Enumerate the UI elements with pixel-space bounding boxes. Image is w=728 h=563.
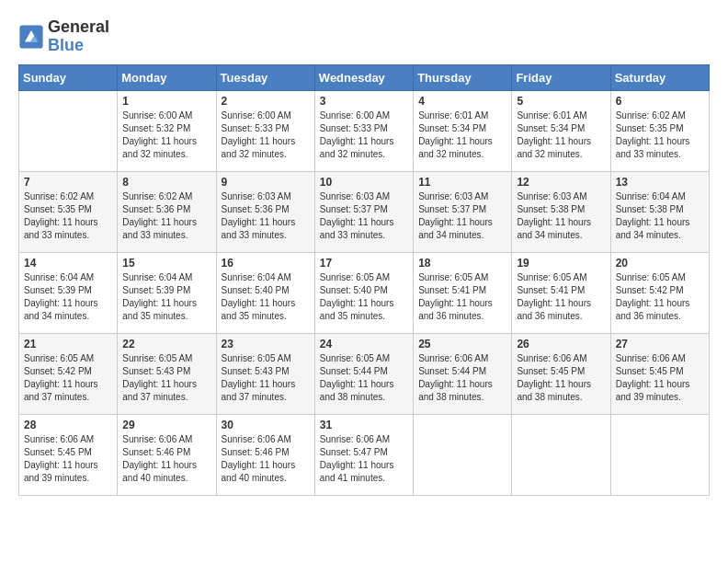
daylight-text: Daylight: 11 hours: [517, 135, 605, 148]
sunset-text: Sunset: 5:34 PM: [517, 122, 605, 135]
sunset-text: Sunset: 5:40 PM: [320, 284, 408, 297]
week-row-1: 1Sunrise: 6:00 AMSunset: 5:32 PMDaylight…: [19, 90, 710, 171]
daylight-text: Daylight: 11 hours: [616, 216, 704, 229]
sunrise-text: Sunrise: 6:04 AM: [616, 190, 704, 203]
day-number: 10: [320, 176, 408, 189]
logo-icon: [18, 24, 44, 50]
day-info: Sunrise: 6:02 AMSunset: 5:35 PMDaylight:…: [616, 109, 704, 161]
sunset-text: Sunset: 5:35 PM: [24, 203, 112, 216]
logo-line2: Blue: [48, 37, 109, 55]
daylight-text-cont: and 32 minutes.: [418, 148, 506, 161]
daylight-text: Daylight: 11 hours: [320, 459, 408, 472]
daylight-text-cont: and 37 minutes.: [222, 391, 310, 404]
daylight-text-cont: and 33 minutes.: [24, 229, 112, 242]
day-number: 26: [517, 338, 605, 350]
week-row-2: 7Sunrise: 6:02 AMSunset: 5:35 PMDaylight…: [19, 171, 710, 252]
header-sunday: Sunday: [19, 64, 118, 90]
day-number: 14: [24, 257, 112, 270]
sunset-text: Sunset: 5:47 PM: [320, 446, 408, 459]
day-info: Sunrise: 6:01 AMSunset: 5:34 PMDaylight:…: [517, 109, 605, 161]
sunset-text: Sunset: 5:46 PM: [122, 446, 210, 459]
daylight-text: Daylight: 11 hours: [418, 378, 506, 391]
calendar-cell: [19, 90, 118, 171]
sunset-text: Sunset: 5:41 PM: [418, 284, 506, 297]
sunrise-text: Sunrise: 6:03 AM: [517, 190, 605, 203]
day-number: 31: [320, 419, 408, 431]
calendar-cell: 30Sunrise: 6:06 AMSunset: 5:46 PMDayligh…: [216, 414, 314, 495]
day-info: Sunrise: 6:06 AMSunset: 5:47 PMDaylight:…: [320, 433, 408, 485]
sunrise-text: Sunrise: 6:05 AM: [616, 271, 704, 284]
day-number: 3: [320, 95, 408, 108]
day-number: 13: [616, 176, 704, 189]
daylight-text: Daylight: 11 hours: [222, 135, 310, 148]
daylight-text: Daylight: 11 hours: [517, 216, 605, 229]
daylight-text-cont: and 33 minutes.: [122, 229, 210, 242]
sunrise-text: Sunrise: 6:06 AM: [122, 433, 210, 446]
day-number: 24: [320, 338, 408, 350]
calendar-cell: 18Sunrise: 6:05 AMSunset: 5:41 PMDayligh…: [414, 252, 512, 333]
sunset-text: Sunset: 5:43 PM: [122, 365, 210, 378]
calendar-cell: 16Sunrise: 6:04 AMSunset: 5:40 PMDayligh…: [216, 252, 314, 333]
sunrise-text: Sunrise: 6:05 AM: [320, 271, 408, 284]
day-info: Sunrise: 6:05 AMSunset: 5:44 PMDaylight:…: [320, 352, 408, 404]
sunset-text: Sunset: 5:35 PM: [616, 122, 704, 135]
day-info: Sunrise: 6:06 AMSunset: 5:45 PMDaylight:…: [24, 433, 112, 485]
calendar-cell: 5Sunrise: 6:01 AMSunset: 5:34 PMDaylight…: [512, 90, 610, 171]
day-info: Sunrise: 6:04 AMSunset: 5:40 PMDaylight:…: [222, 271, 310, 323]
daylight-text-cont: and 32 minutes.: [222, 148, 310, 161]
daylight-text-cont: and 41 minutes.: [320, 472, 408, 485]
sunrise-text: Sunrise: 6:02 AM: [616, 109, 704, 122]
day-number: 28: [24, 419, 112, 431]
day-number: 5: [517, 95, 605, 108]
calendar-cell: 3Sunrise: 6:00 AMSunset: 5:33 PMDaylight…: [314, 90, 413, 171]
daylight-text: Daylight: 11 hours: [418, 297, 506, 310]
sunrise-text: Sunrise: 6:06 AM: [320, 433, 408, 446]
day-info: Sunrise: 6:00 AMSunset: 5:33 PMDaylight:…: [222, 109, 310, 161]
week-row-5: 28Sunrise: 6:06 AMSunset: 5:45 PMDayligh…: [19, 414, 710, 495]
day-number: 21: [24, 338, 112, 350]
calendar-cell: 2Sunrise: 6:00 AMSunset: 5:33 PMDaylight…: [216, 90, 314, 171]
day-info: Sunrise: 6:05 AMSunset: 5:43 PMDaylight:…: [122, 352, 210, 404]
daylight-text-cont: and 39 minutes.: [24, 472, 112, 485]
day-number: 1: [122, 95, 210, 108]
sunset-text: Sunset: 5:43 PM: [222, 365, 310, 378]
day-number: 30: [222, 419, 310, 431]
sunrise-text: Sunrise: 6:05 AM: [418, 271, 506, 284]
day-number: 19: [517, 257, 605, 270]
calendar-cell: 12Sunrise: 6:03 AMSunset: 5:38 PMDayligh…: [512, 171, 610, 252]
daylight-text-cont: and 33 minutes.: [320, 229, 408, 242]
day-info: Sunrise: 6:00 AMSunset: 5:33 PMDaylight:…: [320, 109, 408, 161]
sunrise-text: Sunrise: 6:06 AM: [616, 352, 704, 365]
sunrise-text: Sunrise: 6:04 AM: [24, 271, 112, 284]
sunrise-text: Sunrise: 6:04 AM: [222, 271, 310, 284]
daylight-text: Daylight: 11 hours: [517, 297, 605, 310]
calendar-cell: 15Sunrise: 6:04 AMSunset: 5:39 PMDayligh…: [118, 252, 216, 333]
sunset-text: Sunset: 5:38 PM: [616, 203, 704, 216]
calendar-cell: 27Sunrise: 6:06 AMSunset: 5:45 PMDayligh…: [610, 333, 709, 414]
day-number: 4: [418, 95, 506, 108]
daylight-text-cont: and 36 minutes.: [517, 310, 605, 323]
sunset-text: Sunset: 5:45 PM: [24, 446, 112, 459]
calendar-header-row: SundayMondayTuesdayWednesdayThursdayFrid…: [19, 64, 710, 90]
sunset-text: Sunset: 5:46 PM: [222, 446, 310, 459]
day-number: 18: [418, 257, 506, 270]
sunset-text: Sunset: 5:33 PM: [222, 122, 310, 135]
daylight-text-cont: and 32 minutes.: [320, 148, 408, 161]
header-monday: Monday: [118, 64, 216, 90]
header-saturday: Saturday: [610, 64, 709, 90]
calendar-cell: 23Sunrise: 6:05 AMSunset: 5:43 PMDayligh…: [216, 333, 314, 414]
header-wednesday: Wednesday: [314, 64, 413, 90]
calendar-cell: 24Sunrise: 6:05 AMSunset: 5:44 PMDayligh…: [314, 333, 413, 414]
daylight-text-cont: and 38 minutes.: [418, 391, 506, 404]
day-info: Sunrise: 6:06 AMSunset: 5:44 PMDaylight:…: [418, 352, 506, 404]
sunset-text: Sunset: 5:40 PM: [222, 284, 310, 297]
day-number: 17: [320, 257, 408, 270]
calendar-cell: 10Sunrise: 6:03 AMSunset: 5:37 PMDayligh…: [314, 171, 413, 252]
daylight-text: Daylight: 11 hours: [24, 297, 112, 310]
daylight-text-cont: and 37 minutes.: [122, 391, 210, 404]
calendar-cell: 7Sunrise: 6:02 AMSunset: 5:35 PMDaylight…: [19, 171, 118, 252]
daylight-text-cont: and 35 minutes.: [222, 310, 310, 323]
daylight-text: Daylight: 11 hours: [24, 378, 112, 391]
sunrise-text: Sunrise: 6:02 AM: [122, 190, 210, 203]
day-info: Sunrise: 6:04 AMSunset: 5:39 PMDaylight:…: [122, 271, 210, 323]
